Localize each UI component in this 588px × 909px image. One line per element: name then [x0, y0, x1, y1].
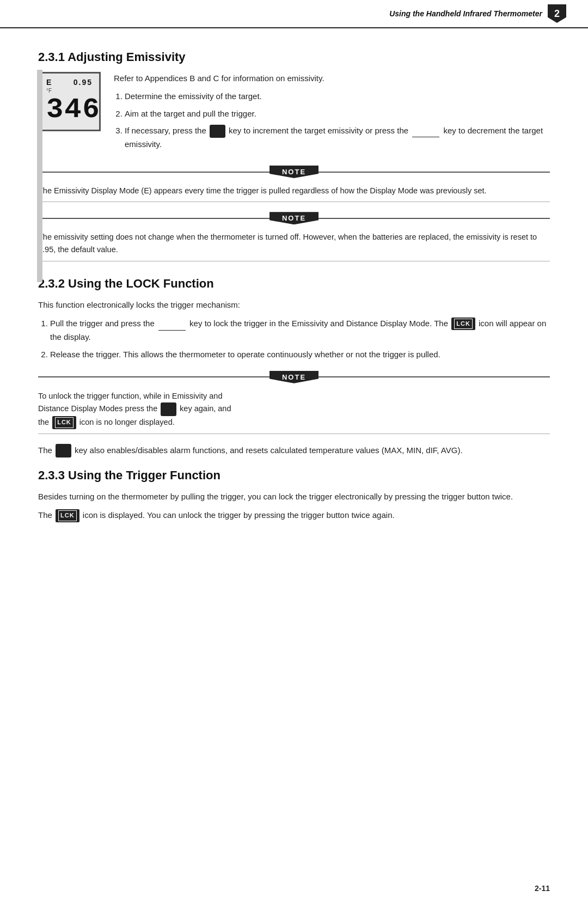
- increment-key: [210, 125, 225, 138]
- instructions-block: Refer to Appendices B and C for informat…: [114, 72, 550, 156]
- note-1-body: The Emissivity Display Mode (E) appears …: [38, 178, 550, 202]
- note-1-left-line: [38, 172, 270, 173]
- note-3-badge: NOTE: [270, 371, 318, 383]
- note-3-line1: To unlock the trigger function, while in…: [38, 392, 223, 400]
- lcd-e-label: E: [46, 78, 52, 87]
- decrement-key-blank: [412, 124, 439, 137]
- note-3-right-line: [318, 376, 550, 377]
- lcd-e-val: 0.95: [74, 78, 93, 87]
- lck-badge-1: LCK: [451, 318, 475, 331]
- lock-key-blank: [158, 317, 186, 331]
- lock-step-1: Pull the trigger and press the key to lo…: [50, 317, 550, 344]
- chapter-badge: 2: [548, 4, 566, 23]
- lcd-unit: °F: [46, 88, 93, 94]
- note-1-container: NOTE The Emissivity Display Mode (E) app…: [38, 166, 550, 202]
- trigger-body-1: Besides turning on the thermometer by pu…: [38, 490, 550, 503]
- note-3-container: NOTE To unlock the trigger function, whi…: [38, 371, 550, 434]
- note-3-line2: Distance Display Modes press the key aga…: [38, 404, 231, 413]
- emissivity-steps: Determine the emissivity of the target. …: [125, 90, 550, 150]
- note-3-body: To unlock the trigger function, while in…: [38, 383, 550, 434]
- note-2-left-line: [38, 218, 270, 219]
- section-233-heading: 2.3.3 Using the Trigger Function: [38, 468, 550, 483]
- lcd-big-val: 346: [46, 96, 93, 124]
- note-3-header-row: NOTE: [38, 371, 550, 383]
- header-title: Using the Handheld Infrared Thermometer: [389, 9, 542, 18]
- step-2: Aim at the target and pull the trigger.: [125, 107, 550, 120]
- lock-intro: This function electronically locks the t…: [38, 298, 550, 312]
- sidebar-bar: [37, 70, 42, 282]
- emissivity-intro: Refer to Appendices B and C for informat…: [114, 72, 550, 84]
- note-3-line3: the LCK icon is no longer displayed.: [38, 418, 175, 426]
- section-232-heading: 2.3.2 Using the LOCK Function: [38, 277, 550, 291]
- emissivity-row: E 0.95 °F 346 Refer to Appendices B and …: [38, 72, 550, 156]
- note-3-left-line: [38, 376, 270, 377]
- key-btn-footer: [56, 444, 71, 457]
- page-header: Using the Handheld Infrared Thermometer …: [0, 0, 588, 28]
- lock-footer-text: The key also enables/disables alarm func…: [38, 444, 550, 457]
- note-1-right-line: [318, 172, 550, 173]
- note-2-badge: NOTE: [270, 212, 318, 224]
- lcd-display: E 0.95 °F 346: [38, 72, 101, 131]
- lock-step-2: Release the trigger. This allows the the…: [50, 348, 550, 361]
- page-content: 2.3.1 Adjusting Emissivity E 0.95 °F 346…: [0, 28, 588, 550]
- note-2-container: NOTE The emissivity setting does not cha…: [38, 212, 550, 261]
- note-1-header-row: NOTE: [38, 166, 550, 178]
- note-2-header-row: NOTE: [38, 212, 550, 224]
- section-231-heading: 2.3.1 Adjusting Emissivity: [38, 50, 550, 64]
- lock-steps: Pull the trigger and press the key to lo…: [50, 317, 550, 361]
- note-1-badge: NOTE: [270, 166, 318, 178]
- page-footer: 2-11: [535, 884, 550, 893]
- unlock-key: [161, 402, 176, 416]
- note-2-right-line: [318, 218, 550, 219]
- trigger-body-2: The LCK icon is displayed. You can unloc…: [38, 509, 550, 522]
- step-1: Determine the emissivity of the target.: [125, 90, 550, 102]
- lck-badge-2: LCK: [52, 416, 76, 429]
- note-2-body: The emissivity setting does not change w…: [38, 224, 550, 261]
- step-3: If necessary, press the key to increment…: [125, 124, 550, 150]
- page-number: 2-11: [535, 884, 550, 893]
- lck-badge-3: LCK: [56, 509, 79, 522]
